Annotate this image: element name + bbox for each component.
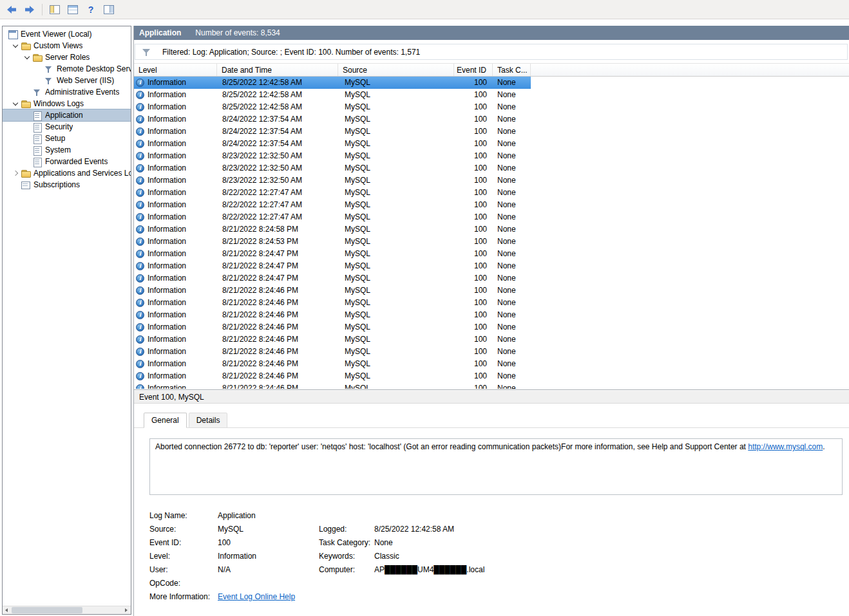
tab-general[interactable]: General [144, 413, 187, 428]
level-cell: Information [134, 248, 217, 260]
tree-item-icon [32, 134, 43, 144]
tree-item-icon [21, 169, 31, 178]
source-label: Source: [149, 523, 218, 536]
column-header-event-id[interactable]: Event ID [454, 64, 493, 76]
tree-item[interactable]: Custom Views [3, 40, 131, 51]
expander-icon[interactable] [22, 52, 32, 62]
datetime-cell: 8/21/2022 8:24:47 PM [217, 260, 338, 272]
tree-item[interactable]: Security [3, 121, 131, 133]
tree-item[interactable]: Administrative Events [3, 86, 131, 98]
event-row[interactable]: Information 8/21/2022 8:24:46 PM MySQL 1… [134, 297, 531, 309]
event-row[interactable]: Information 8/24/2022 12:37:54 AM MySQL … [134, 113, 531, 126]
event-list: Information 8/25/2022 12:42:58 AM MySQL … [134, 77, 849, 389]
forward-button[interactable] [22, 2, 37, 17]
tree-item[interactable]: Forwarded Events [3, 156, 131, 167]
event-log-online-help-link[interactable]: Event Log Online Help [218, 592, 295, 601]
help-button[interactable]: ? [83, 2, 99, 17]
column-header-task-category[interactable]: Task C... [493, 64, 531, 76]
scrollbar-thumb[interactable] [12, 607, 82, 613]
expander-icon[interactable] [10, 168, 21, 178]
expander-icon[interactable] [10, 41, 21, 51]
mysql-link[interactable]: http://www.mysql.com [748, 442, 823, 451]
tree-item[interactable]: Server Roles [3, 51, 131, 63]
opcode-label: OpCode: [149, 577, 218, 590]
event-row[interactable]: Information 8/24/2022 12:37:54 AM MySQL … [134, 126, 531, 138]
event-id-cell: 100 [454, 260, 493, 272]
toolbar-separator [42, 4, 43, 15]
tree-item[interactable]: Application [3, 109, 131, 121]
back-button[interactable] [4, 2, 19, 17]
information-icon [136, 213, 144, 221]
event-row[interactable]: Information 8/21/2022 8:24:46 PM MySQL 1… [134, 346, 531, 358]
level-cell: Information [134, 138, 217, 150]
tree-item[interactable]: Event Viewer (Local) [3, 28, 131, 40]
level-text: Information [148, 223, 186, 236]
event-id-label: Event ID: [149, 536, 218, 550]
event-row[interactable]: Information 8/21/2022 8:24:53 PM MySQL 1… [134, 236, 531, 248]
event-row[interactable]: Information 8/22/2022 12:27:47 AM MySQL … [134, 187, 531, 199]
tree-item-label: Security [45, 122, 73, 131]
forward-icon [24, 5, 35, 15]
expander-icon[interactable] [10, 98, 21, 109]
level-cell: Information [134, 382, 217, 389]
event-row[interactable]: Information 8/22/2022 12:27:47 AM MySQL … [134, 199, 531, 211]
level-text: Information [148, 162, 186, 174]
column-header-source[interactable]: Source [338, 64, 454, 76]
tree-item[interactable]: Setup [3, 133, 131, 144]
export-list-button[interactable] [65, 2, 81, 17]
tree-item[interactable]: System [3, 144, 131, 156]
event-row[interactable]: Information 8/25/2022 12:42:58 AM MySQL … [134, 89, 531, 101]
tab-details[interactable]: Details [189, 413, 228, 428]
task-category-cell: None [493, 77, 531, 89]
event-row[interactable]: Information 8/21/2022 8:24:46 PM MySQL 1… [134, 333, 531, 346]
event-row[interactable]: Information 8/22/2022 12:27:47 AM MySQL … [134, 211, 531, 223]
level-cell: Information [134, 309, 217, 321]
event-row[interactable]: Information 8/21/2022 8:24:46 PM MySQL 1… [134, 358, 531, 370]
datetime-cell: 8/21/2022 8:24:46 PM [217, 382, 338, 389]
event-row[interactable]: Information 8/21/2022 8:24:47 PM MySQL 1… [134, 272, 531, 285]
event-row[interactable]: Information 8/23/2022 12:32:50 AM MySQL … [134, 162, 531, 174]
source-cell: MySQL [338, 126, 454, 138]
event-row[interactable]: Information 8/25/2022 12:42:58 AM MySQL … [134, 101, 531, 113]
event-row[interactable]: Information 8/21/2022 8:24:46 PM MySQL 1… [134, 382, 531, 389]
task-category-cell: None [493, 346, 531, 358]
tree-item[interactable]: Remote Desktop Serv [3, 63, 131, 75]
information-icon [136, 384, 144, 389]
tree-item-icon [32, 122, 43, 132]
event-row[interactable]: Information 8/24/2022 12:37:54 AM MySQL … [134, 138, 531, 150]
task-category-cell: None [493, 89, 531, 101]
show-action-pane-button[interactable] [101, 2, 117, 17]
scroll-left-button[interactable] [3, 606, 12, 614]
tree-item[interactable]: Applications and Services Lo [3, 167, 131, 179]
show-console-tree-button[interactable] [47, 2, 62, 17]
tree-item[interactable]: Windows Logs [3, 98, 131, 109]
event-row[interactable]: Information 8/25/2022 12:42:58 AM MySQL … [134, 77, 531, 89]
task-category-cell: None [493, 260, 531, 272]
column-header-date-and-time[interactable]: Date and Time [217, 64, 338, 76]
event-row[interactable]: Information 8/21/2022 8:24:46 PM MySQL 1… [134, 321, 531, 333]
event-row[interactable]: Information 8/21/2022 8:24:58 PM MySQL 1… [134, 223, 531, 236]
scroll-right-button[interactable] [122, 606, 131, 614]
results-pane-titlebar: Application Number of events: 8,534 [134, 26, 849, 40]
task-category-cell: None [493, 126, 531, 138]
level-cell: Information [134, 272, 217, 285]
tree-item[interactable]: Subscriptions [3, 179, 131, 191]
action-pane-icon [104, 5, 114, 14]
console-tree-list: Event Viewer (Local) Custom Views Server… [3, 28, 131, 191]
scrollbar-track[interactable] [12, 606, 122, 614]
tree-item[interactable]: Web Server (IIS) [3, 75, 131, 86]
level-text: Information [148, 138, 186, 150]
information-icon [136, 299, 144, 307]
tree-item-icon [8, 30, 18, 39]
level-text: Information [148, 321, 186, 333]
event-row[interactable]: Information 8/21/2022 8:24:47 PM MySQL 1… [134, 260, 531, 272]
event-row[interactable]: Information 8/21/2022 8:24:46 PM MySQL 1… [134, 370, 531, 382]
task-category-cell: None [493, 321, 531, 333]
event-row[interactable]: Information 8/23/2022 12:32:50 AM MySQL … [134, 174, 531, 187]
event-row[interactable]: Information 8/23/2022 12:32:50 AM MySQL … [134, 150, 531, 162]
column-header-level[interactable]: Level [134, 64, 217, 76]
event-row[interactable]: Information 8/21/2022 8:24:46 PM MySQL 1… [134, 309, 531, 321]
event-row[interactable]: Information 8/21/2022 8:24:46 PM MySQL 1… [134, 285, 531, 297]
tree-horizontal-scrollbar[interactable] [3, 606, 131, 614]
event-row[interactable]: Information 8/21/2022 8:24:47 PM MySQL 1… [134, 248, 531, 260]
